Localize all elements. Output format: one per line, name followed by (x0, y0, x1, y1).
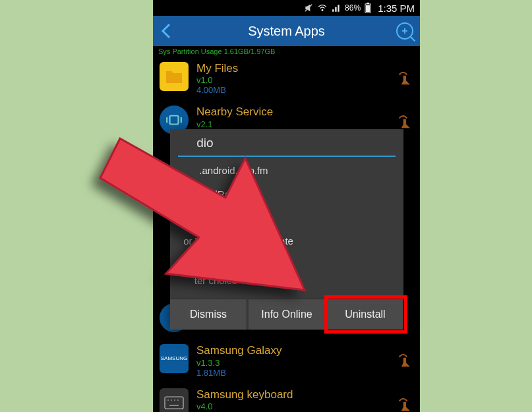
dialog-desc-line: better choice (181, 274, 393, 288)
gesture-icon (396, 395, 415, 412)
app-info: Samsung keyboard v4.0 8.81MB (196, 388, 413, 412)
app-name: Samsung keyboard (196, 388, 413, 401)
app-row-my-files[interactable]: My Files v1.0 4.00MB (153, 57, 420, 100)
app-info: My Files v1.0 4.00MB (196, 62, 413, 95)
app-name: Nearby Service (196, 105, 413, 119)
svg-rect-7 (165, 397, 183, 409)
dismiss-button[interactable]: Dismiss (170, 299, 247, 330)
app-version: v4.0 (196, 401, 413, 411)
clock-time: 1:35 PM (378, 3, 415, 14)
app-size: 1.81MB (196, 368, 413, 378)
header-title: System Apps (153, 24, 420, 39)
zoom-plus-icon: + (396, 22, 413, 40)
uninstall-button[interactable]: Uninstall (327, 299, 403, 330)
battery-icon (365, 3, 371, 13)
app-detail-dialog: Radio com.android.app.fm n/HybridRadio.a… (170, 129, 403, 330)
app-header: System Apps + (153, 16, 420, 46)
folder-icon (160, 62, 189, 91)
status-bar: 86% 1:35 PM (153, 0, 420, 16)
partition-usage: Sys Partition Usage 1.61GB/1.97GB (153, 46, 420, 57)
signal-icon (332, 3, 341, 13)
keyboard-icon (160, 388, 189, 412)
app-row-galaxy[interactable]: SAMSUNG Samsung Galaxy v1.3.3 1.81MB (153, 339, 420, 382)
dialog-body: com.android.app.fm n/HybridRadio.apk xxx… (170, 163, 403, 299)
app-name: My Files (196, 62, 413, 75)
app-name: Samsung Galaxy (196, 344, 413, 357)
galaxy-icon: SAMSUNG (160, 344, 189, 373)
app-info: Samsung Galaxy v1.3.3 1.81MB (196, 344, 413, 377)
zoom-button[interactable]: + (394, 20, 416, 42)
gesture-icon (396, 351, 415, 369)
app-version: v1.3.3 (196, 358, 413, 368)
dialog-desc-line: xxx only in Chinese (181, 219, 393, 233)
dialog-title: Radio (170, 129, 403, 156)
svg-rect-4 (366, 5, 370, 12)
app-info: Nearby Service v2.1 (196, 105, 413, 129)
dialog-apk-path: n/HybridRadio.apk (181, 187, 393, 202)
dialog-divider (178, 156, 396, 157)
dialog-desc-line: xxxx current ROM (181, 258, 393, 272)
dialog-package: com.android.app.fm (181, 163, 393, 178)
app-row-keyboard[interactable]: Samsung keyboard v4.0 8.81MB (153, 383, 420, 412)
app-version: v2.1 (196, 119, 413, 129)
gesture-icon (396, 112, 415, 131)
app-version: v1.0 (196, 75, 413, 85)
svg-rect-3 (367, 3, 369, 4)
dialog-actions: Dismiss Info Online Uninstall (170, 299, 403, 330)
mute-icon (304, 3, 313, 13)
dialog-desc-line: for Volunteers to translate (181, 234, 393, 249)
info-online-button[interactable]: Info Online (249, 299, 326, 330)
svg-point-1 (322, 10, 323, 11)
app-size: 4.00MB (196, 85, 413, 95)
gesture-icon (396, 69, 415, 87)
svg-rect-5 (170, 116, 179, 125)
wifi-icon (317, 3, 328, 13)
battery-percent: 86% (345, 3, 361, 13)
